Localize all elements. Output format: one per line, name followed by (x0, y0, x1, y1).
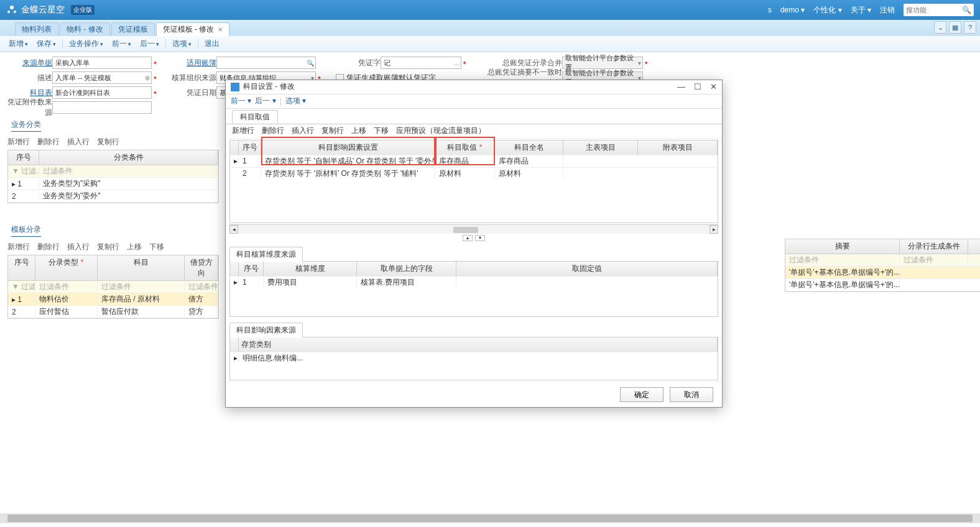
applicable-input[interactable]: 🔍 (216, 57, 316, 69)
desc-input[interactable]: 入库单 -- 凭证模板⊕ (52, 71, 152, 84)
biz-op-button[interactable]: 业务操作▾ (67, 39, 106, 49)
menu-about[interactable]: 关于 ▾ (851, 5, 871, 16)
table-row[interactable]: ▸ 1业务类型为"采购" (8, 178, 218, 190)
modal-titlebar[interactable]: 科目设置 - 修改 — ☐ ✕ (226, 80, 722, 94)
subject-settings-modal: 科目设置 - 修改 — ☐ ✕ 前一 ▾ 后一 ▾ | 选项 ▾ 科目取值 新增… (225, 80, 723, 408)
factor-src-section: 科目影响因素来源 存货类别 ▸ 明细信息.物料编... (229, 322, 718, 380)
maximize-icon[interactable]: ☐ (694, 82, 701, 91)
scroll-right-icon[interactable]: ▸ (710, 225, 718, 234)
close-icon[interactable]: ✕ (218, 26, 223, 33)
move-up-button[interactable]: 上移 (127, 242, 142, 252)
subject-table-label[interactable]: 科目表 (7, 88, 52, 98)
tab-voucher-template[interactable]: 凭证模板 (111, 22, 155, 36)
minimize-icon[interactable]: — (677, 82, 685, 91)
attach-input[interactable] (52, 101, 152, 114)
user-label[interactable]: s (768, 6, 772, 14)
table-row[interactable]: ▸ 1物料估价库存商品 / 原材料借方 (8, 293, 218, 306)
table-row[interactable]: 2应付暂估暂估应付款贷方 (8, 306, 218, 318)
copy-row-button[interactable]: 复制行 (321, 126, 344, 136)
table-row[interactable]: ▸ 1 存货类别 等于 '自制半成品' Or 存货类别 等于 '委外半... 库… (230, 155, 718, 167)
filter-row[interactable]: ▼ 过滤...过滤条件过滤条件过滤条件 (8, 281, 218, 293)
modal-prev-button[interactable]: 前一 ▾ (231, 96, 251, 106)
page-h-scrollbar[interactable] (0, 513, 980, 523)
table-row[interactable]: '单据号'+基本信息.单据编号+'的... (785, 267, 980, 279)
col-cond: 分类条件 (39, 150, 218, 165)
copy-row-button[interactable]: 复制行 (97, 242, 119, 252)
search-icon[interactable]: 🔍 (307, 60, 314, 66)
modal-icon (231, 83, 239, 91)
col-dim: 核算维度 (264, 262, 357, 276)
applicable-label[interactable]: 适用账簿 (172, 58, 216, 68)
close-icon[interactable]: ✕ (710, 82, 717, 91)
scroll-left-icon[interactable]: ◂ (229, 225, 238, 234)
search-box[interactable]: 🔍 (904, 4, 974, 16)
next-button[interactable]: 后一▾ (137, 39, 162, 49)
new-button[interactable]: 新增▾ (6, 39, 30, 49)
col-summary: 摘要 (785, 239, 900, 254)
logo-icon (6, 4, 17, 16)
move-up-button[interactable]: 上移 (351, 126, 366, 136)
insert-row-button[interactable]: 插入行 (292, 126, 314, 136)
desc-label: 描述 (7, 73, 52, 83)
edition-badge: 企业版 (71, 5, 95, 15)
add-row-button[interactable]: 新增行 (7, 242, 30, 252)
h-scrollbar[interactable]: ◂ ▸ (229, 224, 718, 234)
expand-down-icon[interactable]: ⌄ (934, 21, 946, 34)
modal-options-button[interactable]: 选项 ▾ (285, 96, 306, 106)
grid-icon[interactable]: ▦ (949, 21, 961, 34)
help-icon[interactable]: ? (964, 21, 976, 34)
col-seq: 序号 (8, 150, 39, 165)
dim-src-title: 科目核算维度来源 (229, 247, 303, 262)
subject-table-input[interactable]: 新会计准则科目表 (52, 86, 152, 99)
add-row-button[interactable]: 新增行 (7, 137, 30, 147)
table-row[interactable]: ▸ 明细信息.物料编... (230, 352, 718, 364)
ok-button[interactable]: 确定 (620, 387, 663, 402)
exit-button[interactable]: 退出 (202, 39, 222, 49)
lang-icon[interactable]: ⊕ (145, 75, 150, 81)
gl-merge-input[interactable]: 取智能会计平台参数设置▾ (562, 57, 643, 69)
copy-row-button[interactable]: 复制行 (97, 137, 119, 147)
scroll-thumb[interactable] (453, 227, 478, 233)
table-row[interactable]: 2业务类型为"委外" (8, 190, 218, 203)
logout-link[interactable]: 注销 (880, 5, 895, 16)
collapse-up-icon[interactable]: ▴ (463, 235, 473, 241)
table-row[interactable]: '单据号'+基本信息.单据编号+'的... (785, 279, 980, 291)
options-button[interactable]: 选项▾ (170, 39, 194, 49)
table-row[interactable]: ▸ 1 费用项目 核算表.费用项目 (230, 276, 718, 288)
search-input[interactable] (906, 6, 962, 14)
add-row-button[interactable]: 新增行 (232, 126, 254, 136)
scroll-thumb[interactable] (7, 515, 973, 522)
voucher-word-input[interactable]: 记… (381, 57, 461, 69)
modal-next-button[interactable]: 后一 ▾ (255, 96, 275, 106)
search-icon[interactable]: 🔍 (962, 6, 971, 14)
template-entry-title: 模板分录 (11, 224, 41, 237)
insert-row-button[interactable]: 插入行 (67, 137, 90, 147)
table-row[interactable]: 2 存货类别 等于 '原材料' Or 存货类别 等于 '辅料' 原材料 原材料 (230, 167, 718, 180)
template-entry-grid: 序号 分录类型 * 科目 借贷方向 ▼ 过滤...过滤条件过滤条件过滤条件 ▸ … (7, 255, 219, 319)
col-seq: 序号 (239, 140, 261, 155)
col-subj: 科目 (98, 255, 185, 280)
del-row-button[interactable]: 删除行 (262, 126, 284, 136)
prev-button[interactable]: 前一▾ (109, 39, 134, 49)
menu-personalize[interactable]: 个性化 ▾ (813, 5, 841, 16)
apply-preset-button[interactable]: 应用预设（现金流量项目） (396, 126, 486, 136)
source-bill-label[interactable]: 来源单据 (7, 58, 52, 68)
insert-row-button[interactable]: 插入行 (67, 242, 90, 252)
save-button[interactable]: 保存▾ (34, 39, 58, 49)
filter-row[interactable]: 过滤条件过滤条件 (785, 254, 980, 267)
voucher-date-label: 凭证日期 (172, 88, 216, 98)
tab-material-list[interactable]: 物料列表 (15, 22, 58, 36)
expand-down-icon[interactable]: ▾ (475, 235, 485, 241)
del-row-button[interactable]: 删除行 (37, 242, 60, 252)
cancel-button[interactable]: 取消 (670, 387, 713, 402)
tab-material-edit[interactable]: 物料 - 修改 (60, 22, 110, 36)
filter-row[interactable]: ▼ 过滤...过滤条件 (8, 165, 218, 178)
modal-title-text: 科目设置 - 修改 (243, 81, 295, 92)
tab-subject-value[interactable]: 科目取值 (232, 110, 278, 124)
del-row-button[interactable]: 删除行 (37, 137, 60, 147)
move-down-button[interactable]: 下移 (149, 242, 164, 252)
tab-voucher-template-edit[interactable]: 凭证模板 - 修改✕ (156, 22, 230, 36)
source-bill-input[interactable]: 采购入库单 (52, 57, 152, 69)
move-down-button[interactable]: 下移 (374, 126, 389, 136)
org-dropdown[interactable]: demo ▾ (780, 6, 805, 14)
